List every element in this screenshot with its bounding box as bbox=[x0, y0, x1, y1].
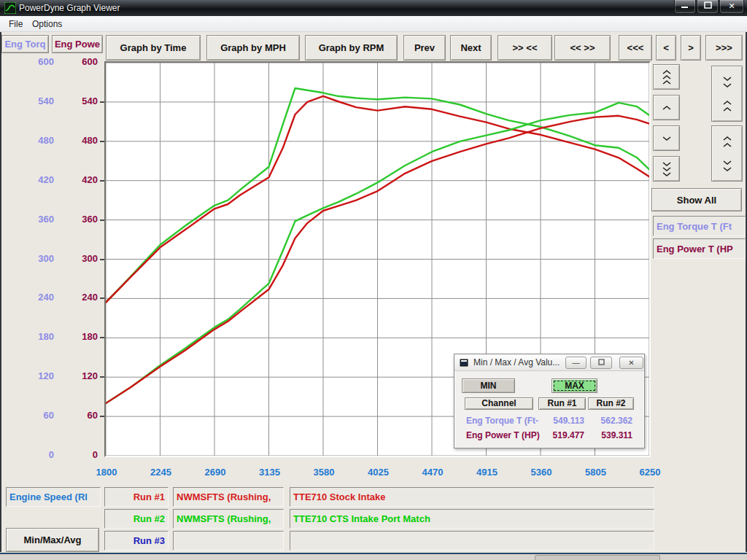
prev-button[interactable]: Prev bbox=[403, 35, 446, 61]
menu-options[interactable]: Options bbox=[29, 18, 65, 30]
maximize-icon bbox=[704, 1, 712, 9]
minimize-icon bbox=[681, 2, 689, 9]
graph-by-time-button[interactable]: Graph by Time bbox=[106, 35, 201, 61]
graph-by-rpm-button[interactable]: Graph by RPM bbox=[305, 35, 398, 61]
maximize-button[interactable] bbox=[697, 0, 719, 14]
scroll-down-button[interactable] bbox=[653, 125, 680, 151]
minmax-close-button[interactable]: ✕ bbox=[619, 357, 643, 369]
torque-axis-tick-label: 120 bbox=[6, 370, 54, 381]
power-axis-tick-label: 60 bbox=[60, 410, 98, 421]
menu-file[interactable]: File bbox=[6, 18, 26, 30]
axis-button-power[interactable]: Eng Powe bbox=[52, 35, 103, 53]
torque-axis-tick-label: 300 bbox=[6, 253, 54, 264]
scroll-right-label: > bbox=[688, 42, 694, 53]
power-axis-tick-label: 240 bbox=[60, 292, 98, 303]
app-icon bbox=[4, 2, 16, 14]
window-frame-left bbox=[0, 32, 1, 552]
minmax-row-torque-run1: 549.113 bbox=[538, 416, 584, 426]
zoom-in-y-button[interactable] bbox=[711, 66, 743, 122]
scroll-left-button[interactable]: < bbox=[656, 35, 676, 61]
minmax-window-title: Min / Max / Avg Valu... bbox=[473, 357, 560, 368]
scroll-right-button[interactable]: > bbox=[681, 35, 701, 61]
minmax-row-power-channel: Eng Power T (HP) bbox=[466, 430, 540, 440]
max-button[interactable]: MAX bbox=[551, 378, 597, 393]
right-channel-torque[interactable]: Eng Torque T (Ft bbox=[653, 216, 746, 236]
minmax-row-power-run1: 519.477 bbox=[538, 430, 584, 440]
power-axis-tick-label: 600 bbox=[60, 56, 98, 67]
min-button[interactable]: MIN bbox=[462, 378, 515, 393]
column-header-run2: Run #2 bbox=[588, 397, 634, 410]
scroll-up-fast-button[interactable] bbox=[653, 64, 680, 90]
rpm-axis-tick-label: 5805 bbox=[570, 467, 622, 478]
torque-axis-tick-label: 360 bbox=[6, 214, 54, 225]
scroll-left-fast-button[interactable]: <<< bbox=[619, 35, 652, 61]
torque-axis-tick-label: 0 bbox=[6, 449, 54, 460]
run2-label: Run #2 bbox=[133, 513, 165, 524]
power-axis-tick-label: 300 bbox=[60, 253, 98, 264]
scroll-right-fast-button[interactable]: >>> bbox=[705, 35, 743, 61]
run3-box[interactable]: Run #3 bbox=[104, 531, 169, 551]
x-channel-box[interactable]: Engine Speed (Rl bbox=[6, 487, 101, 507]
zoom-in-x-label: >> << bbox=[513, 42, 538, 53]
chevrons-inward-icon bbox=[722, 75, 732, 113]
scroll-down-fast-button[interactable] bbox=[653, 156, 680, 182]
minmaxavg-label: Min/Max/Avg bbox=[24, 534, 82, 545]
minmax-window[interactable]: Min / Max / Avg Valu... — ✕ MIN MAX Chan… bbox=[454, 354, 645, 448]
minmax-window-icon bbox=[460, 358, 469, 368]
window-title: PowerDyne Graph Viewer bbox=[19, 3, 120, 13]
prev-label: Prev bbox=[414, 42, 435, 53]
torque-axis-tick-label: 180 bbox=[6, 331, 54, 342]
column-header-channel: Channel bbox=[465, 397, 533, 410]
run1-box[interactable]: Run #1 bbox=[104, 487, 169, 507]
axis-button-torque[interactable]: Eng Torq bbox=[1, 35, 49, 53]
torque-axis-tick-label: 540 bbox=[6, 96, 54, 106]
next-button[interactable]: Next bbox=[450, 35, 492, 61]
scroll-left-label: < bbox=[663, 42, 669, 53]
run3-operator-box[interactable] bbox=[173, 531, 284, 551]
run1-description-box[interactable]: TTE710 Stock Intake bbox=[290, 487, 654, 507]
rpm-axis-tick-label: 3135 bbox=[244, 467, 295, 478]
restore-icon bbox=[598, 359, 605, 365]
zoom-in-x-button[interactable]: >> << bbox=[498, 35, 552, 61]
rpm-axis-tick-label: 4915 bbox=[462, 467, 513, 478]
minmaxavg-button[interactable]: Min/Max/Avg bbox=[6, 528, 99, 552]
torque-axis-tick-label: 60 bbox=[6, 410, 54, 421]
run3-description-box[interactable] bbox=[290, 531, 654, 551]
right-channel-torque-label: Eng Torque T (Ft bbox=[657, 221, 732, 232]
background-window-peek bbox=[535, 555, 660, 560]
minimize-button[interactable] bbox=[674, 0, 696, 14]
graph-by-mph-button[interactable]: Graph by MPH bbox=[206, 35, 300, 61]
torque-axis-tick-label: 480 bbox=[6, 135, 54, 146]
zoom-out-y-button[interactable] bbox=[711, 125, 743, 182]
run2-box[interactable]: Run #2 bbox=[104, 509, 169, 529]
min-button-label: MIN bbox=[481, 381, 497, 391]
torque-axis-tick-label: 600 bbox=[6, 56, 54, 67]
show-all-label: Show All bbox=[677, 195, 716, 206]
power-axis-tick-label: 360 bbox=[60, 214, 98, 225]
axis-button-power-label: Eng Powe bbox=[55, 39, 100, 50]
minmax-minimize-button[interactable]: — bbox=[565, 357, 587, 369]
run2-operator-box[interactable]: NWMSFTS (Rushing, bbox=[173, 509, 284, 529]
minmax-window-titlebar[interactable]: Min / Max / Avg Valu... — ✕ bbox=[454, 354, 644, 371]
power-axis-tick-label: 480 bbox=[60, 135, 98, 146]
minmax-row-power-run2: 539.311 bbox=[588, 430, 632, 440]
zoom-out-x-button[interactable]: << >> bbox=[554, 35, 611, 61]
show-all-button[interactable]: Show All bbox=[651, 188, 742, 211]
axis-button-torque-label: Eng Torq bbox=[4, 39, 45, 50]
run1-operator-box[interactable]: NWMSFTS (Rushing, bbox=[173, 487, 284, 507]
right-channel-power[interactable]: Eng Power T (HP bbox=[653, 238, 746, 259]
minmax-restore-button[interactable] bbox=[590, 357, 612, 369]
right-channel-power-label: Eng Power T (HP bbox=[657, 244, 733, 254]
title-bar: PowerDyne Graph Viewer ✕ bbox=[0, 0, 747, 16]
torque-axis-tick-label: 420 bbox=[6, 174, 54, 185]
rpm-axis-tick-label: 2245 bbox=[136, 467, 187, 478]
close-button[interactable]: ✕ bbox=[719, 0, 744, 14]
scroll-up-button[interactable] bbox=[653, 95, 680, 120]
menu-bar: File Options bbox=[0, 16, 747, 32]
triple-chevron-up-icon bbox=[662, 69, 672, 85]
graph-by-mph-label: Graph by MPH bbox=[220, 42, 286, 53]
max-button-label: MAX bbox=[565, 381, 584, 391]
run2-description-box[interactable]: TTE710 CTS Intake Port Match bbox=[290, 509, 654, 529]
run2-operator-label: NWMSFTS (Rushing, bbox=[177, 513, 271, 524]
run1-description-label: TTE710 Stock Intake bbox=[293, 491, 385, 502]
